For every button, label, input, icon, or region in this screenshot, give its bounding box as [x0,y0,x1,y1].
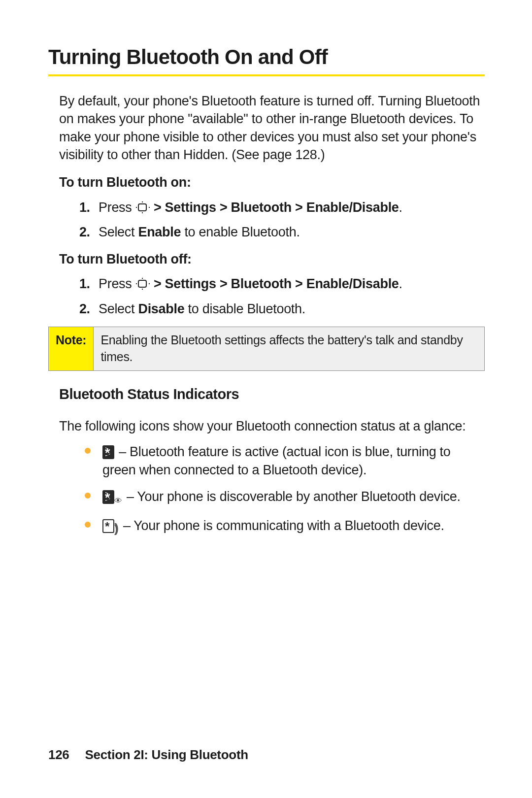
title-underline [48,74,485,76]
status-icon-list: – Bluetooth feature is active (actual ic… [48,443,485,537]
signal-waves-icon [114,519,119,537]
turn-on-heading: To turn Bluetooth on: [48,173,485,191]
page-footer: 126Section 2I: Using Bluetooth [48,746,248,764]
step-text: . [399,200,402,215]
turn-on-step-2: Select Enable to enable Bluetooth. [94,223,485,241]
step-text: . [399,276,402,291]
manual-page: Turning Bluetooth On and Off By default,… [0,0,532,798]
status-text: – Bluetooth feature is active (actual ic… [102,444,451,477]
turn-on-steps: Press > Settings > Bluetooth > Enable/Di… [48,199,485,241]
note-body: Enabling the Bluetooth settings affects … [94,327,484,370]
note-callout: Note: Enabling the Bluetooth settings af… [48,327,485,371]
step-text: to disable Bluetooth. [184,301,305,316]
step-text: Select [99,301,138,316]
status-intro: The following icons show your Bluetooth … [48,417,485,435]
status-indicators-heading: Bluetooth Status Indicators [59,385,485,404]
bluetooth-discoverable-icon [102,490,114,504]
turn-off-heading: To turn Bluetooth off: [48,250,485,268]
menu-path: > Settings > Bluetooth > Enable/Disable [150,276,399,291]
turn-off-steps: Press > Settings > Bluetooth > Enable/Di… [48,275,485,318]
menu-path: > Settings > Bluetooth > Enable/Disable [150,200,399,215]
status-item-communicating: – Your phone is communicating with a Blu… [83,517,485,537]
status-item-discoverable: – Your phone is discoverable by another … [83,488,485,508]
status-item-active: – Bluetooth feature is active (actual ic… [83,443,485,479]
status-text: – Your phone is communicating with a Blu… [120,518,444,533]
status-text: – Your phone is discoverable by another … [123,489,461,504]
disable-label: Disable [138,301,184,316]
note-label: Note: [49,327,94,370]
page-title: Turning Bluetooth On and Off [48,43,485,71]
turn-off-step-2: Select Disable to disable Bluetooth. [94,300,485,318]
nav-key-icon [135,202,150,213]
step-text: Select [99,225,138,239]
bluetooth-communicating-icon [102,519,114,533]
turn-off-step-1: Press > Settings > Bluetooth > Enable/Di… [94,275,485,293]
section-label: Section 2I: Using Bluetooth [85,747,248,762]
nav-key-icon [135,279,150,290]
step-text: Press [99,200,135,215]
step-text: Press [99,276,135,291]
step-text: to enable Bluetooth. [181,225,299,239]
enable-label: Enable [138,225,181,239]
bluetooth-active-icon [102,445,114,459]
intro-paragraph: By default, your phone's Bluetooth featu… [48,92,485,164]
turn-on-step-1: Press > Settings > Bluetooth > Enable/Di… [94,199,485,216]
page-number: 126 [48,747,69,762]
eye-icon [114,490,122,508]
